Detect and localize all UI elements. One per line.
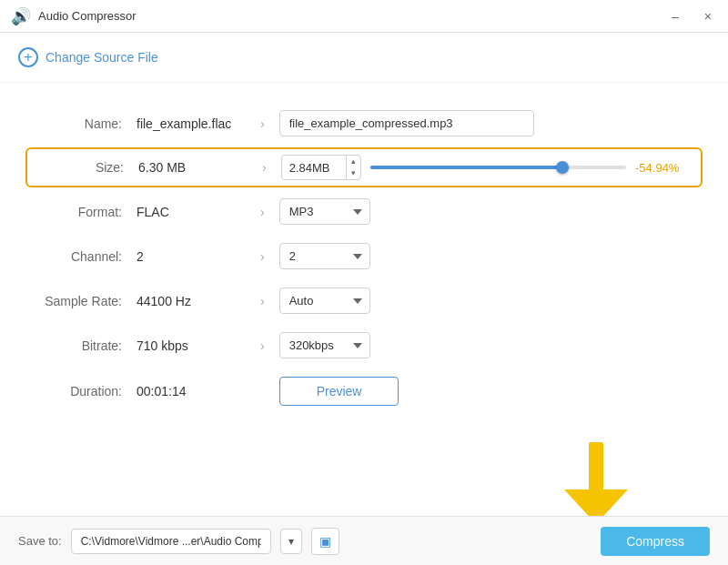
size-slider-track[interactable]	[370, 166, 626, 169]
format-select[interactable]: MP3 AAC OGG WAV FLAC	[279, 198, 370, 225]
big-yellow-arrow-icon	[564, 442, 628, 516]
channel-select[interactable]: 1 2 Auto	[279, 243, 370, 269]
title-bar-controls: – ×	[666, 7, 717, 25]
app-title: Audio Compressor	[38, 9, 136, 23]
duration-source-value: 00:01:14	[136, 384, 246, 399]
spinner-up-button[interactable]: ▴	[347, 156, 360, 167]
size-slider-thumb[interactable]	[556, 161, 569, 174]
path-dropdown-button[interactable]: ▾	[280, 529, 302, 554]
sample-rate-label: Sample Rate:	[36, 294, 136, 308]
save-to-label: Save to:	[18, 534, 62, 548]
format-label: Format:	[36, 205, 136, 219]
change-source-label: Change Source File	[46, 50, 158, 65]
sample-rate-arrow-icon: ›	[260, 294, 265, 308]
svg-rect-0	[589, 442, 603, 492]
channel-target-group: 1 2 Auto	[279, 243, 692, 269]
sample-rate-target-group: Auto 22050 Hz 44100 Hz 48000 Hz	[279, 288, 692, 314]
sample-rate-row: Sample Rate: 44100 Hz › Auto 22050 Hz 44…	[36, 278, 692, 323]
preview-button[interactable]: Preview	[279, 377, 399, 406]
bitrate-source-value: 710 kbps	[136, 338, 246, 353]
channel-label: Channel:	[36, 249, 136, 264]
app-icon: 🔊	[11, 6, 31, 26]
size-input[interactable]	[282, 156, 346, 179]
size-slider-fill	[370, 166, 562, 169]
spinner-down-button[interactable]: ▾	[347, 167, 360, 179]
channel-row: Channel: 2 › 1 2 Auto	[36, 234, 692, 278]
bitrate-row: Bitrate: 710 kbps › 128kbps 192kbps 256k…	[36, 323, 692, 368]
spinner-arrows: ▴ ▾	[346, 156, 360, 179]
bottom-bar: Save to: ▾ ▣ Compress	[0, 516, 728, 565]
title-bar: 🔊 Audio Compressor – ×	[0, 0, 728, 33]
bitrate-select[interactable]: 128kbps 192kbps 256kbps 320kbps	[279, 332, 370, 358]
size-slider-percent: -54.94%	[635, 161, 690, 175]
format-arrow-icon: ›	[260, 205, 265, 219]
format-target-group: MP3 AAC OGG WAV FLAC	[279, 198, 692, 225]
compress-button[interactable]: Compress	[601, 527, 710, 556]
name-arrow-icon: ›	[260, 116, 265, 131]
format-row: Format: FLAC › MP3 AAC OGG WAV FLAC	[36, 189, 692, 234]
size-label: Size:	[38, 160, 138, 175]
size-spinner[interactable]: ▴ ▾	[281, 155, 361, 180]
name-source-value: file_example.flac	[136, 116, 246, 131]
bitrate-arrow-icon: ›	[260, 338, 265, 353]
folder-icon: ▣	[319, 534, 331, 549]
size-slider-container: -54.94%	[370, 161, 690, 175]
name-row: Name: file_example.flac ›	[36, 101, 692, 146]
folder-button[interactable]: ▣	[311, 528, 339, 555]
duration-label: Duration:	[36, 384, 136, 399]
size-target-group: ▴ ▾ -54.94%	[281, 155, 690, 180]
channel-source-value: 2	[136, 249, 246, 264]
plus-circle-icon: +	[18, 47, 38, 67]
name-label: Name:	[36, 116, 136, 131]
duration-row: Duration: 00:01:14 › Preview	[36, 368, 692, 415]
svg-marker-1	[564, 489, 628, 516]
close-button[interactable]: ×	[699, 7, 717, 25]
save-path-input[interactable]	[71, 529, 271, 554]
size-arrow-icon: ›	[262, 160, 267, 175]
yellow-arrow-container	[0, 433, 728, 516]
main-content: + Change Source File Name: file_example.…	[0, 33, 728, 516]
size-row: Size: 6.30 MB › ▴ ▾ -54.94%	[25, 147, 703, 187]
toolbar: + Change Source File	[0, 33, 728, 83]
name-target-group	[279, 110, 692, 136]
channel-arrow-icon: ›	[260, 249, 265, 264]
change-source-button[interactable]: + Change Source File	[18, 44, 158, 71]
size-source-value: 6.30 MB	[138, 160, 248, 175]
sample-rate-select[interactable]: Auto 22050 Hz 44100 Hz 48000 Hz	[279, 288, 370, 314]
bitrate-target-group: 128kbps 192kbps 256kbps 320kbps	[279, 332, 692, 358]
sample-rate-source-value: 44100 Hz	[136, 294, 246, 308]
format-source-value: FLAC	[136, 205, 246, 219]
bitrate-label: Bitrate:	[36, 338, 136, 353]
name-target-input[interactable]	[279, 110, 534, 136]
duration-target-group: Preview	[279, 377, 692, 406]
title-bar-left: 🔊 Audio Compressor	[11, 6, 136, 26]
minimize-button[interactable]: –	[666, 7, 684, 25]
form-area: Name: file_example.flac › Size: 6.30 MB …	[0, 83, 728, 433]
